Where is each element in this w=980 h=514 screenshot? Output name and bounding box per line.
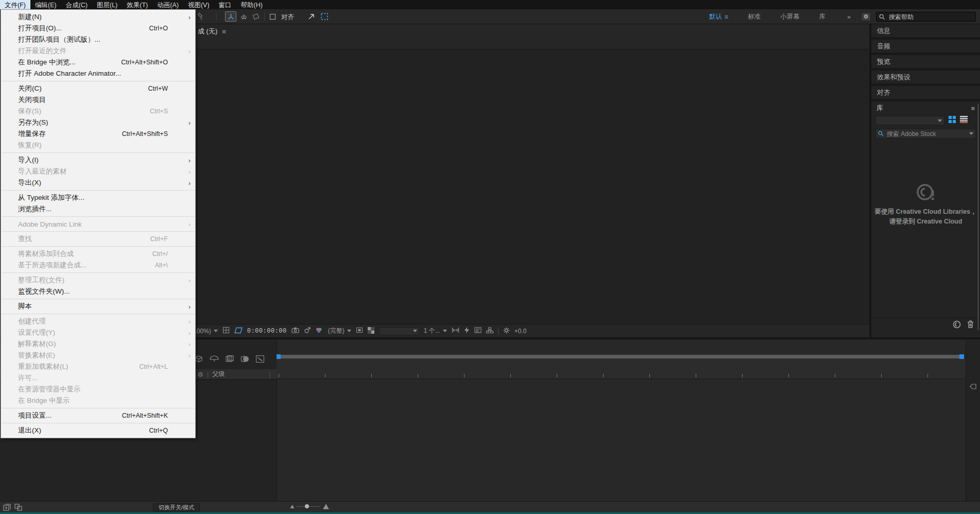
- graph-editor-icon[interactable]: [256, 355, 264, 365]
- pixel-aspect-correction-icon[interactable]: [452, 327, 459, 335]
- panel-header-音频[interactable]: 音频: [871, 40, 980, 53]
- file-menu-item[interactable]: 在 Bridge 中显示: [1, 395, 195, 406]
- panel-header-效果和预设[interactable]: 效果和预设: [871, 71, 980, 83]
- zoom-slider-track[interactable]: [297, 506, 320, 507]
- menubar-item[interactable]: 图层(L): [92, 0, 122, 9]
- view-axis-mode-button[interactable]: [250, 11, 262, 22]
- playhead-icon[interactable]: [277, 354, 281, 359]
- grid-options-icon[interactable]: [222, 327, 230, 335]
- file-menu-item[interactable]: 关闭(C)Ctrl+W: [1, 83, 195, 94]
- expand-switches-icon[interactable]: [195, 355, 203, 365]
- menubar-item[interactable]: 文件(F): [0, 0, 30, 9]
- menubar-item[interactable]: 窗口: [214, 0, 236, 9]
- rotation-tool-icon[interactable]: [197, 12, 204, 21]
- stock-search-input[interactable]: [886, 130, 953, 138]
- file-menu-item[interactable]: 打开最近的文件›: [1, 45, 195, 57]
- file-menu-item[interactable]: 脚本›: [1, 301, 195, 312]
- file-menu-item[interactable]: 基于所选项新建合成...Alt+\: [1, 260, 195, 271]
- file-menu-item[interactable]: 新建(N)›: [1, 11, 195, 23]
- exposure-value[interactable]: +0.0: [514, 328, 527, 335]
- file-menu-item[interactable]: 整理工程(文件)›: [1, 275, 195, 286]
- work-area-bar[interactable]: [277, 355, 959, 358]
- grid-view-icon[interactable]: [949, 116, 956, 125]
- file-menu-item[interactable]: 设置代理(Y)›: [1, 327, 195, 338]
- motion-blur-icon[interactable]: [240, 355, 249, 365]
- work-area-end-handle[interactable]: [959, 354, 964, 359]
- current-time-field[interactable]: 0:00:00:00: [247, 328, 287, 335]
- view-layout-dropdown[interactable]: 1 个...: [424, 327, 447, 335]
- menubar-item[interactable]: 合成(C): [61, 0, 92, 9]
- composition-tab[interactable]: 成 (无) ≡: [198, 27, 226, 36]
- workspace-tab[interactable]: 库: [819, 12, 826, 21]
- file-menu-item[interactable]: 许可...: [1, 372, 195, 384]
- chevron-down-icon[interactable]: [969, 132, 973, 135]
- capture-region-icon[interactable]: [320, 12, 329, 21]
- snapshot-icon[interactable]: [291, 327, 299, 335]
- workspace-menu-icon[interactable]: ≡: [725, 13, 728, 21]
- help-search-input[interactable]: [888, 13, 965, 21]
- menubar-item[interactable]: 效果(T): [122, 0, 152, 9]
- help-search-box[interactable]: [876, 12, 976, 22]
- file-menu-item[interactable]: 打开 Adobe Character Animator...: [1, 68, 195, 79]
- transparency-grid-icon[interactable]: [368, 327, 374, 335]
- local-axis-mode-button[interactable]: [225, 11, 236, 22]
- menubar-item[interactable]: 编辑(E): [30, 0, 61, 9]
- file-menu-item[interactable]: 解释素材(G)›: [1, 338, 195, 350]
- mask-visibility-icon[interactable]: [234, 327, 243, 335]
- workspace-overflow-button[interactable]: »: [847, 13, 851, 21]
- panel-menu-icon[interactable]: ≡: [222, 28, 226, 36]
- av-features-column-icon[interactable]: ⊙: [198, 371, 203, 378]
- file-menu-item[interactable]: 创建代理›: [1, 316, 195, 327]
- panel-menu-icon[interactable]: ≡: [971, 105, 975, 112]
- file-menu-item[interactable]: 查找Ctrl+F: [1, 233, 195, 245]
- file-menu-item[interactable]: 打开项目(O)...Ctrl+O: [1, 23, 195, 34]
- workspace-tab[interactable]: 默认: [709, 12, 722, 21]
- stock-search-box[interactable]: [875, 129, 976, 139]
- show-snapshot-icon[interactable]: [304, 327, 311, 335]
- file-menu-item[interactable]: 导入(I)›: [1, 155, 195, 166]
- timeline-zoom-slider[interactable]: [290, 503, 330, 510]
- sync-settings-icon[interactable]: ⚙: [861, 12, 871, 21]
- panel-header-预览[interactable]: 预览: [871, 55, 980, 68]
- file-menu-item[interactable]: 导出(X)›: [1, 177, 195, 189]
- channels-icon[interactable]: [315, 327, 323, 335]
- file-menu-item[interactable]: 退出(X)Ctrl+Q: [1, 425, 195, 436]
- comp-marker-icon[interactable]: [970, 383, 976, 392]
- trash-icon[interactable]: [967, 320, 974, 330]
- toggle-switches-modes-button[interactable]: 切换开关/模式: [153, 503, 200, 511]
- render-queue-icon[interactable]: [3, 504, 11, 513]
- align-checkbox[interactable]: [270, 14, 276, 20]
- workspace-tab[interactable]: 小屏幕: [780, 12, 800, 21]
- file-menu-item[interactable]: 在 Bridge 中浏览...Ctrl+Alt+Shift+O: [1, 57, 195, 68]
- file-menu-item[interactable]: 导入最近的素材›: [1, 166, 195, 177]
- zoom-in-mountain-icon[interactable]: [322, 503, 330, 510]
- menubar-item[interactable]: 视图(V): [183, 0, 214, 9]
- shy-layers-icon[interactable]: [210, 355, 219, 365]
- project-flowchart-icon[interactable]: [14, 504, 22, 513]
- scrollbar[interactable]: [977, 104, 979, 330]
- frame-blend-icon[interactable]: [226, 355, 234, 365]
- file-menu-item[interactable]: Adobe Dynamic Link›: [1, 218, 195, 230]
- resolution-dropdown[interactable]: (完整): [328, 327, 351, 335]
- file-menu-item[interactable]: 替换素材(E)›: [1, 350, 195, 361]
- panel-header-信息[interactable]: 信息: [871, 24, 980, 37]
- file-menu-item[interactable]: 从 Typekit 添加字体...: [1, 192, 195, 203]
- timeline-button-icon[interactable]: [474, 327, 482, 335]
- flowchart-icon[interactable]: [486, 327, 493, 335]
- file-menu-item[interactable]: 打开团队项目（测试版）...: [1, 34, 195, 45]
- file-menu-item[interactable]: 另存为(S)›: [1, 117, 195, 128]
- time-ruler[interactable]: [277, 358, 966, 379]
- file-menu-item[interactable]: 恢复(R): [1, 140, 195, 151]
- exposure-icon[interactable]: [503, 327, 510, 335]
- file-menu-item[interactable]: 在资源管理器中显示: [1, 384, 195, 395]
- fast-previews-icon[interactable]: [464, 327, 470, 335]
- workspace-tab[interactable]: 标准: [748, 12, 761, 21]
- 3d-view-dropdown[interactable]: [379, 327, 419, 335]
- menubar-item[interactable]: 帮助(H): [236, 0, 267, 9]
- file-menu-item[interactable]: 监视文件夹(W)...: [1, 286, 195, 297]
- region-of-interest-icon[interactable]: [356, 327, 363, 335]
- library-select-dropdown[interactable]: [875, 116, 944, 125]
- zoom-slider-thumb[interactable]: [305, 504, 309, 508]
- file-menu-item[interactable]: 浏览插件...: [1, 203, 195, 215]
- mask-arrow-icon[interactable]: [307, 12, 316, 21]
